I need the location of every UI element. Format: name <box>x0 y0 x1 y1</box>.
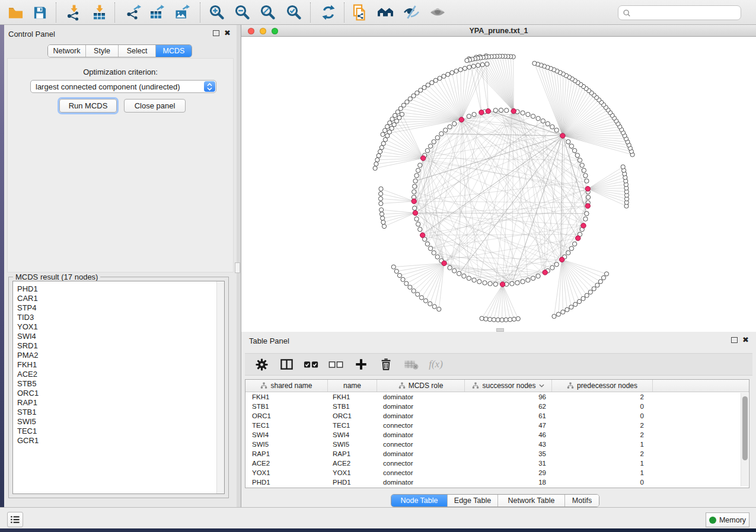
settings-icon[interactable] <box>253 357 270 372</box>
table-row[interactable]: TEC1TEC1connector472 <box>245 421 749 430</box>
hide-selected-icon[interactable] <box>402 3 421 22</box>
zoom-selected-icon[interactable] <box>285 3 304 22</box>
close-panel-icon[interactable]: ✖ <box>224 30 231 36</box>
search-input[interactable] <box>631 6 741 20</box>
refresh-icon[interactable] <box>319 3 338 22</box>
first-neighbors-icon[interactable] <box>376 3 395 22</box>
network-titlebar[interactable]: YPA_prune.txt_1 <box>241 25 756 37</box>
mcds-result-item[interactable]: FKH1 <box>17 360 224 370</box>
table-row[interactable]: STB1STB1dominator620 <box>245 402 749 411</box>
column-header-shared-name[interactable]: shared name <box>245 380 328 392</box>
mcds-result-item[interactable]: YOX1 <box>17 322 224 332</box>
table-row[interactable]: PHD1PHD1dominator180 <box>245 477 749 487</box>
delete-row-icon[interactable] <box>378 357 394 372</box>
mcds-result-item[interactable]: STB5 <box>17 379 224 389</box>
mcds-result-item[interactable]: STP4 <box>17 303 224 313</box>
column-header-successor-nodes[interactable]: successor nodes <box>465 380 552 392</box>
panel-splitter[interactable] <box>237 25 241 507</box>
mcds-result-group: MCDS result (17 nodes) PHD1CAR1STP4TID3Y… <box>8 277 229 498</box>
mcds-result-item[interactable]: RAP1 <box>17 398 224 408</box>
table-row[interactable]: ORC1ORC1dominator610 <box>245 411 749 421</box>
split-panel-icon[interactable] <box>278 357 295 372</box>
table-row[interactable]: SWI4SWI4dominator462 <box>245 430 749 440</box>
splitter-handle[interactable] <box>235 262 240 273</box>
table-cell: ACE2 <box>245 459 328 468</box>
run-mcds-button[interactable]: Run MCDS <box>59 99 117 113</box>
column-label: shared name <box>270 382 312 390</box>
table-row[interactable]: SWI5SWI5connector431 <box>245 440 749 449</box>
network-window: YPA_prune.txt_1 <box>241 25 756 332</box>
tab-node-table[interactable]: Node Table <box>391 495 448 507</box>
mcds-result-item[interactable]: GCR1 <box>17 436 224 446</box>
column-header-MCDS-role[interactable]: MCDS role <box>377 380 465 392</box>
optimization-criterion-label: Optimization criterion: <box>8 68 233 76</box>
table-cell: connector <box>377 440 465 449</box>
export-network-icon[interactable] <box>124 3 143 22</box>
mcds-result-item[interactable]: CAR1 <box>17 294 224 303</box>
tab-network[interactable]: Network <box>48 45 86 57</box>
tab-select[interactable]: Select <box>119 45 156 57</box>
export-table-icon[interactable] <box>147 3 166 22</box>
network-canvas[interactable] <box>241 37 756 332</box>
table-cell: 47 <box>465 421 552 430</box>
save-session-icon[interactable] <box>30 3 49 22</box>
table-row[interactable]: FKH1FKH1dominator962 <box>245 392 749 402</box>
tab-mcds[interactable]: MCDS <box>156 45 192 57</box>
column-header-name[interactable]: name <box>328 380 377 392</box>
memory-status-icon <box>709 517 716 524</box>
tab-style[interactable]: Style <box>86 45 119 57</box>
table-row[interactable]: ACE2ACE2connector311 <box>245 459 749 468</box>
delete-table-icon[interactable] <box>403 357 419 372</box>
float-table-panel-icon[interactable] <box>731 337 738 343</box>
optimization-criterion-select[interactable]: largest connected component (undirected) <box>30 80 216 93</box>
table-cell: 35 <box>465 449 552 459</box>
mcds-result-item[interactable]: STB1 <box>17 408 224 417</box>
show-all-icon[interactable] <box>428 3 447 22</box>
tab-network-table[interactable]: Network Table <box>498 495 565 507</box>
mcds-result-item[interactable]: SWI4 <box>17 332 224 341</box>
table-cell: 2 <box>552 421 653 430</box>
table-row[interactable]: YOX1YOX1connector291 <box>245 468 749 477</box>
tab-motifs[interactable]: Motifs <box>565 495 599 507</box>
hierarchy-column-icon <box>567 382 574 389</box>
open-file-icon[interactable] <box>6 3 25 22</box>
show-panels-list-button[interactable] <box>7 512 23 527</box>
table-cell: RAP1 <box>245 449 328 459</box>
table-scrollbar[interactable] <box>741 393 748 486</box>
select-all-icon[interactable] <box>303 357 320 372</box>
duplicate-network-icon[interactable] <box>350 3 369 22</box>
memory-button[interactable]: Memory <box>706 512 749 527</box>
column-header-predecessor-nodes[interactable]: predecessor nodes <box>552 380 653 392</box>
table-cell: 1 <box>552 459 653 468</box>
function-builder-icon[interactable]: f(x) <box>428 357 444 372</box>
search-field[interactable] <box>618 5 741 20</box>
zoom-out-icon[interactable] <box>233 3 252 22</box>
mcds-result-list[interactable]: PHD1CAR1STP4TID3YOX1SWI4SRD1PMA2FKH1ACE2… <box>12 281 225 494</box>
mcds-result-title: MCDS result (17 nodes) <box>13 273 100 281</box>
add-row-icon[interactable] <box>353 357 369 372</box>
table-cell: 0 <box>552 411 653 421</box>
float-panel-icon[interactable] <box>213 30 219 36</box>
close-table-panel-icon[interactable]: ✖ <box>742 337 749 343</box>
mcds-result-item[interactable]: PMA2 <box>17 351 224 360</box>
import-table-icon[interactable] <box>90 3 109 22</box>
close-panel-button[interactable]: Close panel <box>124 99 186 113</box>
mcds-result-item[interactable]: ORC1 <box>17 389 224 398</box>
table-cell: 62 <box>465 402 552 411</box>
mcds-list-scrollbar[interactable] <box>216 281 224 493</box>
mcds-result-item[interactable]: SWI5 <box>17 417 224 427</box>
table-row[interactable]: RAP1RAP1dominator352 <box>245 449 749 459</box>
export-image-icon[interactable] <box>173 3 192 22</box>
table-cell: connector <box>377 459 465 468</box>
zoom-in-icon[interactable] <box>208 3 227 22</box>
zoom-fit-icon[interactable] <box>259 3 277 22</box>
mcds-result-item[interactable]: TID3 <box>17 313 224 322</box>
mcds-result-item[interactable]: PHD1 <box>17 284 224 294</box>
deselect-all-icon[interactable] <box>328 357 344 372</box>
table-scrollbar-thumb[interactable] <box>742 396 748 460</box>
mcds-result-item[interactable]: ACE2 <box>17 370 224 379</box>
mcds-result-item[interactable]: TEC1 <box>17 427 224 436</box>
tab-edge-table[interactable]: Edge Table <box>448 495 498 507</box>
import-network-icon[interactable] <box>64 3 83 22</box>
mcds-result-item[interactable]: SRD1 <box>17 341 224 351</box>
